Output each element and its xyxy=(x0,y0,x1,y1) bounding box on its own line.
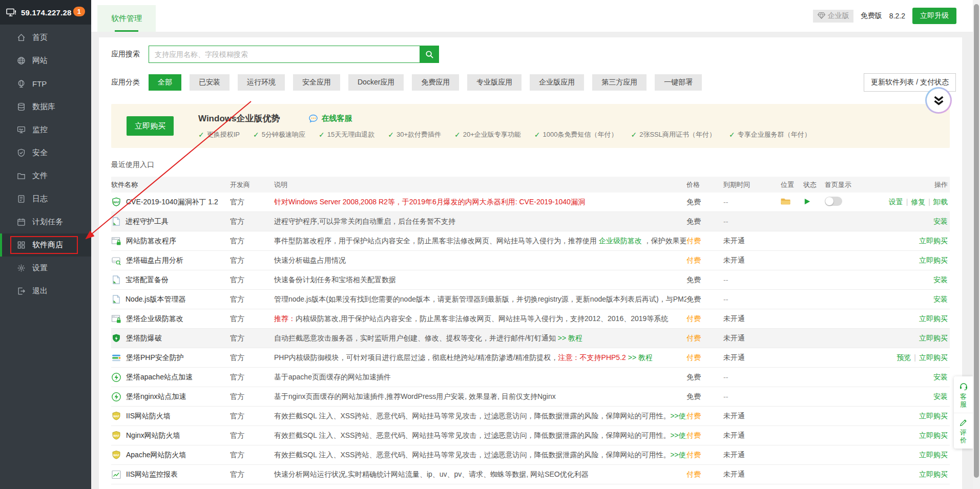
description-link[interactable]: >>使用帮助 xyxy=(670,412,686,420)
description-text: 快速备份计划任务和宝塔相关配置数据 xyxy=(274,275,396,284)
software-name: 堡塔防爆破 xyxy=(126,334,162,343)
folder-icon[interactable] xyxy=(781,197,790,206)
sidebar-item-home[interactable]: 首页 xyxy=(0,26,91,49)
action-link[interactable]: 立即购买 xyxy=(919,334,948,342)
tab-software-management[interactable]: 软件管理 xyxy=(97,5,156,32)
sidebar-item-ftp[interactable]: FTP xyxy=(0,72,91,95)
category-button[interactable]: 第三方应用 xyxy=(592,74,647,91)
check-icon: ✓ xyxy=(198,131,204,139)
files-icon xyxy=(16,172,26,181)
description-link[interactable]: >> 教程 xyxy=(626,353,653,362)
action-link[interactable]: 立即购买 xyxy=(919,353,948,362)
sidebar-item-database[interactable]: 数据库 xyxy=(0,95,91,118)
category-button[interactable]: 企业版应用 xyxy=(530,74,584,91)
edition-badge: 企业版 xyxy=(813,10,853,23)
category-button[interactable]: 安全应用 xyxy=(293,74,340,91)
software-name: 堡塔企业级防篡改 xyxy=(126,314,183,324)
diamond-icon xyxy=(817,12,826,19)
category-button[interactable]: 全部 xyxy=(149,74,181,91)
action-link[interactable]: 立即购买 xyxy=(919,470,948,478)
action-separator: | xyxy=(906,198,908,206)
sidebar-item-logout[interactable]: 退出 xyxy=(0,280,91,303)
sidebar-item-appstore[interactable]: 软件商店 xyxy=(0,233,91,257)
scrollbar-thumb[interactable] xyxy=(974,4,979,478)
expiry-date: 未开通 xyxy=(723,314,781,324)
developer: 官方 xyxy=(230,353,274,363)
homepage-toggle[interactable] xyxy=(825,197,842,206)
search-input[interactable] xyxy=(149,46,420,63)
price-value: 付费 xyxy=(686,353,701,362)
description-link[interactable]: >> 教程 xyxy=(558,334,582,342)
action-link[interactable]: 安装 xyxy=(933,392,948,400)
sidebar-item-label: 安全 xyxy=(32,148,48,158)
headset-icon xyxy=(959,381,968,391)
expiry-date: 未开通 xyxy=(723,353,781,363)
doc-icon xyxy=(111,275,121,285)
action-link[interactable]: 预览 xyxy=(896,353,911,362)
notification-badge[interactable]: 1 xyxy=(73,7,85,16)
category-button[interactable]: 专业版应用 xyxy=(467,74,522,91)
software-name-cell: 堡塔防爆破 xyxy=(111,333,230,344)
play-icon[interactable] xyxy=(803,198,811,205)
action-link[interactable]: 立即购买 xyxy=(919,451,948,459)
action-link[interactable]: 安装 xyxy=(933,275,948,284)
search-icon xyxy=(425,50,434,59)
buy-now-button[interactable]: 立即购买 xyxy=(127,116,174,136)
category-button[interactable]: Docker应用 xyxy=(348,74,404,91)
description-link[interactable]: >>使用帮助 xyxy=(670,431,686,439)
category-button[interactable]: 已安装 xyxy=(190,74,230,91)
action-link[interactable]: 立即购买 xyxy=(919,314,948,323)
feature-label: 专享企业服务群（年付） xyxy=(738,130,811,139)
doc-icon xyxy=(111,294,121,304)
sidebar-item-logs[interactable]: 日志 xyxy=(0,187,91,210)
online-service-link[interactable]: 在线客服 xyxy=(308,114,352,123)
server-monitor-icon xyxy=(6,8,17,17)
action-link[interactable]: 立即购买 xyxy=(919,412,948,420)
action-link[interactable]: 设置 xyxy=(889,198,903,206)
action-link[interactable]: 立即购买 xyxy=(919,431,948,439)
developer: 官方 xyxy=(230,198,274,207)
software-name: Apache网站防火墙 xyxy=(126,451,186,460)
feature-item: ✓15天无理由退款 xyxy=(319,130,374,139)
software-name: 堡塔nginx站点加速 xyxy=(126,392,186,401)
description-text: 自动拦截恶意攻击服务器，实时监听用户创建、修改、提权等变化，并进行邮件/钉钉通知 xyxy=(274,334,558,342)
description-link[interactable]: >>使用帮助 xyxy=(670,451,686,459)
search-button[interactable] xyxy=(420,46,439,63)
sidebar-item-monitor[interactable]: 监控 xyxy=(0,118,91,141)
category-button[interactable]: 免费应用 xyxy=(412,74,459,91)
window-lock-icon xyxy=(111,314,121,324)
action-link[interactable]: 卸载 xyxy=(933,198,948,206)
sidebar-item-website[interactable]: 网站 xyxy=(0,49,91,72)
floating-logo-button[interactable] xyxy=(925,87,952,114)
feature-label: 30+款付费插件 xyxy=(397,130,441,139)
developer: 官方 xyxy=(230,334,274,343)
check-icon: ✓ xyxy=(631,131,637,139)
table-row: Node.js版本管理器官方管理node.js版本(如果没有找到您需要的node… xyxy=(111,290,950,309)
software-name-cell: 堡塔nginx站点加速 xyxy=(111,392,230,402)
software-name-cell: Node.js版本管理器 xyxy=(111,294,230,304)
expiry-date: 未开通 xyxy=(723,334,781,343)
action-link[interactable]: 安装 xyxy=(933,373,948,381)
description-text: 注意：不支持PHP5.2 xyxy=(558,353,626,362)
upgrade-button[interactable]: 立即升级 xyxy=(912,8,956,24)
search-row: 应用搜索 xyxy=(111,46,950,63)
check-icon: ✓ xyxy=(729,131,735,139)
price-value: 免费 xyxy=(686,198,701,206)
category-button[interactable]: 运行环境 xyxy=(238,74,285,91)
action-link[interactable]: 安装 xyxy=(933,295,948,303)
action-link[interactable]: 安装 xyxy=(933,217,948,225)
website-icon xyxy=(16,56,26,66)
category-button[interactable]: 一键部署 xyxy=(655,74,702,91)
action-link[interactable]: 立即购买 xyxy=(919,237,948,245)
action-link[interactable]: 修复 xyxy=(911,198,925,206)
sidebar-item-settings[interactable]: 设置 xyxy=(0,257,91,280)
sidebar-item-cron[interactable]: 计划任务 xyxy=(0,210,91,233)
description-link[interactable]: 企业级防篡改 xyxy=(599,237,642,245)
feedback-tab[interactable]: 评 价 xyxy=(954,413,973,449)
software-name-cell: 堡塔磁盘占用分析 xyxy=(111,256,230,266)
main-area: 软件管理 企业版 免费版 8.2.2 立即升级 应用搜索 应用分类 全部已安装运… xyxy=(91,0,980,489)
customer-service-tab[interactable]: 客 服 xyxy=(954,376,973,413)
sidebar-item-files[interactable]: 文件 xyxy=(0,164,91,187)
action-link[interactable]: 立即购买 xyxy=(919,256,948,264)
sidebar-item-security[interactable]: 安全 xyxy=(0,141,91,164)
